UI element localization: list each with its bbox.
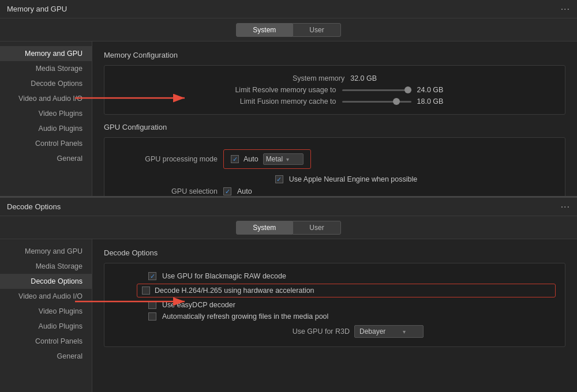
gpu-metal-chevron: ▾: [286, 156, 289, 163]
limit-resolve-row: Limit Resolve memory usage to 24.0 GB: [114, 84, 556, 96]
gpu-r3d-label: Use GPU for R3D: [257, 327, 350, 336]
limit-resolve-slider[interactable]: [342, 89, 411, 91]
sidebar-item-decode-options[interactable]: Decode Options: [0, 76, 92, 91]
decode-h264-highlight: Decode H.264/H.265 using hardware accele…: [137, 284, 556, 297]
neural-engine-row: Use Apple Neural Engine when possible: [114, 174, 556, 185]
top-tab-bar: System User: [0, 18, 577, 42]
top-panel: Memory and GPU ··· System User Memory an…: [0, 0, 577, 196]
bottom-panel-body: Memory and GPU Media Storage Decode Opti…: [0, 239, 577, 392]
gpu-r3d-value: Debayer: [359, 327, 385, 336]
limit-resolve-label: Limit Resolve memory usage to: [221, 86, 336, 94]
bottom-sidebar-video-audio-io[interactable]: Video and Audio I/O: [0, 289, 92, 304]
system-memory-value: 32.0 GB: [350, 74, 377, 82]
sidebar-item-video-audio-io[interactable]: Video and Audio I/O: [0, 91, 92, 106]
decode-h264-checkbox[interactable]: [142, 287, 150, 295]
sidebar-item-video-plugins[interactable]: Video Plugins: [0, 106, 92, 121]
sidebar-item-control-panels[interactable]: Control Panels: [0, 136, 92, 151]
bottom-panel: Decode Options ··· System User Memory an…: [0, 196, 577, 392]
bottom-sidebar-control-panels[interactable]: Control Panels: [0, 334, 92, 349]
auto-refresh-row: Automatically refresh growing files in t…: [114, 311, 556, 322]
gpu-processing-checkbox[interactable]: [231, 155, 239, 163]
gpu-r3d-chevron: ▾: [403, 329, 406, 335]
bottom-sidebar-video-plugins[interactable]: Video Plugins: [0, 304, 92, 319]
neural-engine-checkbox[interactable]: [275, 175, 283, 183]
gpu-processing-label: GPU processing mode: [114, 155, 218, 163]
top-content-area: Memory Configuration System memory 32.0 …: [92, 42, 577, 196]
auto-refresh-label: Automatically refresh growing files in t…: [162, 312, 328, 321]
top-panel-header: Memory and GPU ···: [0, 0, 577, 18]
bottom-panel-header: Decode Options ···: [0, 198, 577, 216]
gpu-r3d-dropdown[interactable]: Debayer ▾: [354, 325, 424, 338]
use-gpu-blackmagic-row: Use GPU for Blackmagic RAW decode: [114, 270, 556, 282]
bottom-sidebar-general[interactable]: General: [0, 349, 92, 364]
bottom-sidebar-memory-gpu[interactable]: Memory and GPU: [0, 244, 92, 259]
sidebar-item-media-storage[interactable]: Media Storage: [0, 61, 92, 76]
bottom-content-area: Decode Options Use GPU for Blackmagic RA…: [92, 239, 577, 392]
top-panel-title: Memory and GPU: [7, 5, 67, 13]
neural-engine-label: Use Apple Neural Engine when possible: [289, 175, 417, 183]
bottom-sidebar-audio-plugins[interactable]: Audio Plugins: [0, 319, 92, 334]
bottom-panel-title: Decode Options: [7, 202, 61, 211]
bottom-tab-system[interactable]: System: [236, 221, 293, 235]
bottom-panel-menu-dots[interactable]: ···: [561, 202, 570, 212]
use-gpu-blackmagic-checkbox[interactable]: [148, 272, 156, 280]
gpu-processing-metal-select[interactable]: Metal ▾: [263, 153, 304, 165]
easydcp-row: Use easyDCP decoder: [114, 299, 556, 311]
limit-fusion-slider[interactable]: [342, 101, 411, 103]
gpu-selection-label: GPU selection: [114, 187, 218, 195]
gpu-config-box: GPU processing mode Auto Metal ▾ Use App…: [104, 137, 565, 196]
gpu-r3d-row: Use GPU for R3D Debayer ▾: [213, 322, 456, 340]
memory-config-box: System memory 32.0 GB Limit Resolve memo…: [104, 65, 565, 115]
decode-h264-label: Decode H.264/H.265 using hardware accele…: [155, 287, 314, 295]
gpu-section-title: GPU Configuration: [104, 123, 565, 131]
decode-h264-container: Decode H.264/H.265 using hardware accele…: [114, 284, 556, 297]
system-memory-row: System memory 32.0 GB: [114, 73, 556, 84]
top-panel-menu-dots[interactable]: ···: [561, 4, 570, 14]
bottom-tab-bar: System User: [0, 216, 577, 239]
gpu-selection-row: GPU selection Auto: [114, 185, 556, 196]
decode-section-title: Decode Options: [104, 248, 565, 257]
sidebar-item-general[interactable]: General: [0, 151, 92, 166]
decode-options-box: Use GPU for Blackmagic RAW decode Decode…: [104, 263, 565, 347]
easydcp-label: Use easyDCP decoder: [162, 301, 235, 309]
top-panel-body: Memory and GPU Media Storage Decode Opti…: [0, 42, 577, 196]
top-tab-user[interactable]: User: [293, 23, 340, 37]
auto-refresh-checkbox[interactable]: [148, 312, 156, 321]
easydcp-checkbox[interactable]: [148, 301, 156, 309]
bottom-tab-user[interactable]: User: [293, 221, 340, 235]
gpu-processing-auto: Auto: [243, 155, 258, 163]
gpu-selection-auto: Auto: [237, 187, 252, 195]
limit-fusion-row: Limit Fusion memory cache to 18.0 GB: [114, 96, 556, 107]
bottom-sidebar-media-storage[interactable]: Media Storage: [0, 259, 92, 274]
top-sidebar: Memory and GPU Media Storage Decode Opti…: [0, 42, 92, 196]
bottom-sidebar: Memory and GPU Media Storage Decode Opti…: [0, 239, 92, 392]
gpu-processing-highlight: Auto Metal ▾: [223, 149, 311, 169]
top-tab-system[interactable]: System: [236, 23, 293, 37]
gpu-selection-checkbox[interactable]: [223, 187, 231, 195]
limit-fusion-label: Limit Fusion memory cache to: [221, 97, 336, 105]
gpu-processing-row: GPU processing mode Auto Metal ▾: [114, 145, 556, 174]
limit-resolve-value: 24.0 GB: [417, 86, 449, 94]
system-memory-label: System memory: [293, 74, 344, 82]
gpu-metal-label: Metal: [266, 155, 283, 163]
sidebar-item-audio-plugins[interactable]: Audio Plugins: [0, 121, 92, 136]
bottom-sidebar-decode-options[interactable]: Decode Options: [0, 274, 92, 289]
sidebar-item-memory-gpu[interactable]: Memory and GPU: [0, 46, 92, 61]
memory-section-title: Memory Configuration: [104, 51, 565, 59]
limit-fusion-value: 18.0 GB: [417, 97, 449, 105]
use-gpu-blackmagic-label: Use GPU for Blackmagic RAW decode: [162, 272, 286, 280]
